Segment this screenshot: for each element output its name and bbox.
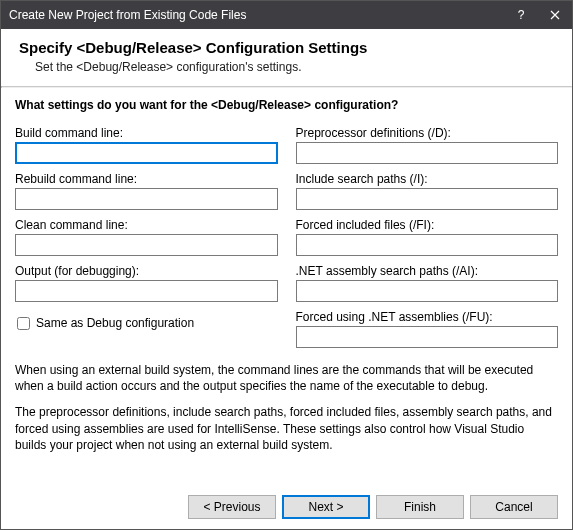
output-input[interactable]	[15, 280, 278, 302]
description-text: When using an external build system, the…	[15, 362, 558, 453]
close-button[interactable]	[538, 1, 572, 29]
forced-files-input[interactable]	[296, 234, 559, 256]
help-button[interactable]: ?	[504, 1, 538, 29]
same-as-debug-row[interactable]: Same as Debug configuration	[15, 316, 278, 330]
build-command-label: Build command line:	[15, 126, 278, 140]
configuration-prompt: What settings do you want for the <Debug…	[15, 98, 558, 112]
include-paths-input[interactable]	[296, 188, 559, 210]
forced-using-input[interactable]	[296, 326, 559, 348]
page-subtitle: Set the <Debug/Release> configuration's …	[35, 60, 554, 74]
forced-using-label: Forced using .NET assemblies (/FU):	[296, 310, 559, 324]
rebuild-command-label: Rebuild command line:	[15, 172, 278, 186]
window-title: Create New Project from Existing Code Fi…	[9, 8, 504, 22]
same-as-debug-label: Same as Debug configuration	[36, 316, 194, 330]
forced-files-label: Forced included files (/FI):	[296, 218, 559, 232]
description-p1: When using an external build system, the…	[15, 362, 558, 394]
cancel-button[interactable]: Cancel	[470, 495, 558, 519]
assembly-paths-input[interactable]	[296, 280, 559, 302]
clean-command-input[interactable]	[15, 234, 278, 256]
preprocessor-label: Preprocessor definitions (/D):	[296, 126, 559, 140]
clean-command-label: Clean command line:	[15, 218, 278, 232]
rebuild-command-input[interactable]	[15, 188, 278, 210]
wizard-footer: < Previous Next > Finish Cancel	[188, 495, 558, 519]
output-label: Output (for debugging):	[15, 264, 278, 278]
header: Specify <Debug/Release> Configuration Se…	[1, 29, 572, 86]
include-paths-label: Include search paths (/I):	[296, 172, 559, 186]
build-command-input[interactable]	[15, 142, 278, 164]
finish-button[interactable]: Finish	[376, 495, 464, 519]
previous-button[interactable]: < Previous	[188, 495, 276, 519]
same-as-debug-checkbox[interactable]	[17, 317, 30, 330]
preprocessor-input[interactable]	[296, 142, 559, 164]
next-button[interactable]: Next >	[282, 495, 370, 519]
right-column: Preprocessor definitions (/D): Include s…	[296, 122, 559, 348]
titlebar: Create New Project from Existing Code Fi…	[1, 1, 572, 29]
close-icon	[550, 10, 560, 20]
assembly-paths-label: .NET assembly search paths (/AI):	[296, 264, 559, 278]
left-column: Build command line: Rebuild command line…	[15, 122, 278, 348]
help-icon: ?	[518, 8, 525, 22]
page-title: Specify <Debug/Release> Configuration Se…	[19, 39, 554, 56]
description-p2: The preprocessor definitions, include se…	[15, 404, 558, 453]
